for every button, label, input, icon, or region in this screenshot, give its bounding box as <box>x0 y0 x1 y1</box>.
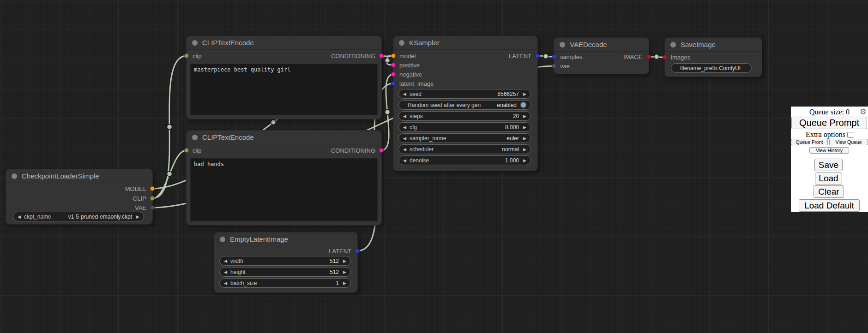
negative-input-port[interactable] <box>391 72 396 77</box>
node-title: KSampler <box>409 39 440 47</box>
output-slot-latent: LATENT <box>393 51 537 60</box>
height-widget[interactable]: ◀ height 512 ▶ <box>219 267 351 277</box>
increment-arrow-icon[interactable]: ▶ <box>341 281 346 285</box>
increment-arrow-icon[interactable]: ▶ <box>521 147 526 152</box>
sampler-name-combo[interactable]: ◀ sampler_name euler ▶ <box>398 133 531 143</box>
extra-options-label: Extra options <box>806 131 845 138</box>
increment-arrow-icon[interactable]: ▶ <box>341 270 346 274</box>
width-widget[interactable]: ◀ width 512 ▶ <box>219 256 351 266</box>
output-slot-image: IMAGE <box>554 52 649 61</box>
increment-arrow-icon[interactable]: ▶ <box>521 92 526 96</box>
output-slot-conditioning: CONDITIONING <box>187 146 381 155</box>
collapse-dot-icon[interactable] <box>670 42 676 48</box>
toggle-on-icon[interactable] <box>520 102 526 108</box>
batch-size-widget[interactable]: ◀ batch_size 1 ▶ <box>219 278 351 288</box>
output-slot-model: MODEL <box>6 184 152 193</box>
node-title: CLIPTextEncode <box>202 39 254 47</box>
load-default-button[interactable]: Load Default <box>799 199 860 212</box>
ckpt-name-combo[interactable]: ◀ ckpt_name v1-5-pruned-emaonly.ckpt ▶ <box>13 212 144 221</box>
node-title-bar[interactable]: SaveImage <box>665 38 762 52</box>
clip-output-port[interactable] <box>150 196 155 201</box>
input-slot-negative: negative <box>393 70 537 79</box>
increment-arrow-icon[interactable]: ▶ <box>521 125 526 130</box>
input-slot-images: images <box>665 53 762 62</box>
collapse-dot-icon[interactable] <box>12 173 17 179</box>
collapse-dot-icon[interactable] <box>192 40 198 46</box>
clear-button[interactable]: Clear <box>814 185 844 198</box>
steps-widget[interactable]: ◀ steps 20 ▶ <box>398 111 531 121</box>
node-title-bar[interactable]: EmptyLatentImage <box>214 232 357 246</box>
decrement-arrow-icon[interactable]: ◀ <box>403 114 409 119</box>
decrement-arrow-icon[interactable]: ◀ <box>224 281 229 285</box>
conditioning-output-port[interactable] <box>379 148 384 153</box>
model-output-port[interactable] <box>150 186 155 191</box>
queue-size-label: Queue size: 0 <box>791 108 868 116</box>
filename-prefix-widget[interactable]: filename_prefix ComfyUI <box>671 63 752 73</box>
load-button[interactable]: Load <box>815 172 842 184</box>
cfg-widget[interactable]: ◀ cfg 8.000 ▶ <box>398 122 531 132</box>
decrement-arrow-icon[interactable]: ◀ <box>403 158 409 163</box>
view-queue-button[interactable]: View Queue <box>829 139 868 145</box>
node-clip-text-encode-negative[interactable]: CLIPTextEncode clip CONDITIONING bad han… <box>187 131 381 225</box>
node-save-image[interactable]: SaveImage images filename_prefix ComfyUI <box>665 38 762 77</box>
latent-output-port[interactable] <box>355 249 360 253</box>
node-ksampler[interactable]: KSampler model LATENT positive negative … <box>393 36 537 171</box>
node-title-bar[interactable]: CheckpointLoaderSimple <box>6 169 152 183</box>
decrement-arrow-icon[interactable]: ◀ <box>18 214 23 219</box>
decrement-arrow-icon[interactable]: ◀ <box>224 270 229 274</box>
decrement-arrow-icon[interactable]: ◀ <box>403 147 409 152</box>
input-slot-vae: vae <box>554 61 649 71</box>
node-title-bar[interactable]: KSampler <box>393 36 537 50</box>
decrement-arrow-icon[interactable]: ◀ <box>403 92 409 96</box>
decrement-arrow-icon[interactable]: ◀ <box>224 259 229 263</box>
node-clip-text-encode-positive[interactable]: CLIPTextEncode clip CONDITIONING masterp… <box>187 36 381 119</box>
view-history-button[interactable]: View History <box>809 147 849 154</box>
decrement-arrow-icon[interactable]: ◀ <box>403 136 409 141</box>
random-seed-toggle[interactable]: Random seed after every gen enabled <box>398 100 531 110</box>
increment-arrow-icon[interactable]: ▶ <box>134 214 139 219</box>
output-slot-conditioning: CONDITIONING <box>187 51 381 60</box>
node-title: SaveImage <box>681 41 716 48</box>
decrement-arrow-icon[interactable]: ◀ <box>403 125 409 130</box>
denoise-widget[interactable]: ◀ denoise 1.000 ▶ <box>398 155 531 165</box>
positive-prompt-textarea[interactable]: masterpiece best quality girl <box>190 64 378 115</box>
vae-input-port[interactable] <box>552 64 556 68</box>
node-title: CheckpointLoaderSimple <box>22 172 99 180</box>
node-title: VAEDecode <box>570 41 607 48</box>
node-title-bar[interactable]: CLIPTextEncode <box>187 131 381 144</box>
comfy-menu-panel: Queue size: 0 ⚙ Queue Prompt Extra optio… <box>791 107 868 212</box>
output-slot-clip: CLIP <box>6 194 152 203</box>
conditioning-output-port[interactable] <box>379 54 384 58</box>
settings-gear-icon[interactable]: ⚙ <box>860 107 867 116</box>
node-checkpoint-loader[interactable]: CheckpointLoaderSimple MODEL CLIP VAE ◀ … <box>6 169 152 224</box>
collapse-dot-icon[interactable] <box>192 135 198 140</box>
latent-image-input-port[interactable] <box>391 81 396 86</box>
save-button[interactable]: Save <box>814 159 843 171</box>
queue-prompt-button[interactable]: Queue Prompt <box>791 117 867 129</box>
collapse-dot-icon[interactable] <box>399 40 404 46</box>
increment-arrow-icon[interactable]: ▶ <box>521 136 526 141</box>
node-vae-decode[interactable]: VAEDecode samples IMAGE vae <box>554 38 649 74</box>
image-output-port[interactable] <box>646 54 651 59</box>
collapse-dot-icon[interactable] <box>220 237 225 242</box>
increment-arrow-icon[interactable]: ▶ <box>341 259 346 263</box>
increment-arrow-icon[interactable]: ▶ <box>521 158 526 163</box>
node-title: EmptyLatentImage <box>230 235 288 243</box>
positive-input-port[interactable] <box>391 63 396 67</box>
scheduler-combo[interactable]: ◀ scheduler normal ▶ <box>398 144 531 154</box>
node-title: CLIPTextEncode <box>202 133 254 141</box>
negative-prompt-textarea[interactable]: bad hands <box>190 158 378 221</box>
latent-output-port[interactable] <box>535 54 540 58</box>
output-slot-latent: LATENT <box>214 246 357 256</box>
extra-options-checkbox[interactable] <box>847 132 853 138</box>
queue-front-button[interactable]: Queue Front <box>791 139 828 145</box>
vae-output-port[interactable] <box>150 205 155 210</box>
node-title-bar[interactable]: CLIPTextEncode <box>187 36 381 50</box>
node-empty-latent-image[interactable]: EmptyLatentImage LATENT ◀ width 512 ▶ ◀ … <box>214 232 357 292</box>
images-input-port[interactable] <box>663 55 667 59</box>
seed-widget[interactable]: ◀ seed 8566257 ▶ <box>398 89 531 99</box>
output-slot-vae: VAE <box>6 203 152 212</box>
node-title-bar[interactable]: VAEDecode <box>554 38 649 52</box>
collapse-dot-icon[interactable] <box>560 42 565 48</box>
increment-arrow-icon[interactable]: ▶ <box>521 114 526 119</box>
